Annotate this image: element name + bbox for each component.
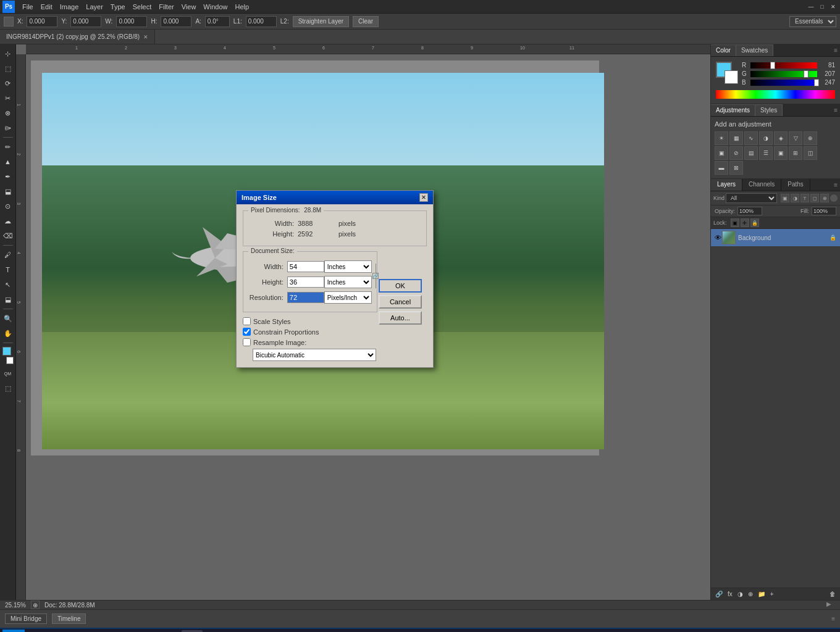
a-input[interactable] xyxy=(205,16,230,27)
kind-select[interactable]: All xyxy=(726,193,777,203)
adj-photo-filter[interactable]: ⊘ xyxy=(729,146,743,160)
layer-new-btn[interactable]: + xyxy=(768,590,776,598)
layer-visibility-icon[interactable]: 👁 xyxy=(715,231,720,244)
adj-color-lookup[interactable]: ☰ xyxy=(759,146,773,160)
color-spectrum[interactable] xyxy=(716,90,835,99)
tool-eraser[interactable]: ⊙ xyxy=(1,199,15,213)
tool-history[interactable]: ⬓ xyxy=(1,185,15,198)
red-slider[interactable] xyxy=(750,62,817,69)
opacity-input[interactable] xyxy=(737,207,762,215)
cancel-button[interactable]: Cancel xyxy=(379,295,422,309)
tool-move[interactable]: ⊹ xyxy=(1,47,15,60)
adj-threshold[interactable]: ◫ xyxy=(804,146,817,160)
resample-method-select[interactable]: Bicubic Automatic xyxy=(253,349,376,361)
auto-button[interactable]: Auto... xyxy=(379,311,422,325)
filter-adj[interactable]: ◑ xyxy=(791,194,799,202)
adj-invert[interactable]: ▣ xyxy=(774,146,788,160)
menu-layer[interactable]: Layer xyxy=(82,2,107,12)
tool-gradient[interactable]: ☁ xyxy=(1,214,15,228)
menu-filter[interactable]: Filter xyxy=(155,2,177,12)
tool-pen[interactable]: 🖋 xyxy=(1,248,15,262)
menu-help[interactable]: Help xyxy=(231,2,253,12)
adj-hsl[interactable]: ▽ xyxy=(789,131,802,145)
background-color[interactable] xyxy=(6,357,14,364)
tool-hand[interactable]: ✋ xyxy=(1,326,15,340)
lock-all[interactable]: 🔒 xyxy=(750,218,759,227)
dialog-title-bar[interactable]: Image Size ✕ xyxy=(237,191,433,204)
blue-slider[interactable] xyxy=(750,80,817,86)
panel-options-icon[interactable]: ≡ xyxy=(831,615,835,622)
doc-height-unit-select[interactable]: Inches cm xyxy=(324,276,372,288)
lock-position[interactable]: ✛ xyxy=(741,218,749,227)
adj-channel-mixer[interactable]: ▤ xyxy=(744,146,758,160)
adj-brightness[interactable]: ☀ xyxy=(715,131,728,145)
tool-type[interactable]: T xyxy=(1,263,15,276)
ps-logo[interactable]: Ps xyxy=(2,1,15,13)
adj-bw[interactable]: ▣ xyxy=(715,146,728,160)
zoom-preview-btn[interactable]: ⊕ xyxy=(31,601,40,609)
adj-curves[interactable]: ∿ xyxy=(744,131,758,145)
filter-shape[interactable]: ◻ xyxy=(810,194,819,202)
l1-input[interactable] xyxy=(246,16,277,27)
filter-toggle[interactable] xyxy=(830,194,838,202)
tool-lasso[interactable]: ⟳ xyxy=(1,77,15,90)
adj-selective-color[interactable]: ⊠ xyxy=(729,161,743,175)
menu-edit[interactable]: Edit xyxy=(37,2,56,12)
w-input[interactable] xyxy=(116,16,147,27)
filter-smart[interactable]: ⊕ xyxy=(820,194,829,202)
maximize-button[interactable]: □ xyxy=(818,2,826,11)
layer-delete-btn[interactable]: 🗑 xyxy=(828,590,838,598)
document-tab[interactable]: INGR9814DPPv1 (2) copy.jpg @ 25.2% (RGB/… xyxy=(0,30,155,44)
tool-healing[interactable]: ✏ xyxy=(1,140,15,154)
layers-panel-collapse[interactable]: ≡ xyxy=(831,179,840,191)
x-input[interactable] xyxy=(27,16,57,27)
status-arrow[interactable]: ▶ xyxy=(826,601,835,609)
ok-button[interactable]: OK xyxy=(379,279,422,293)
tab-layers[interactable]: Layers xyxy=(711,179,742,191)
menu-type[interactable]: Type xyxy=(107,2,129,12)
adj-vibrance[interactable]: ◈ xyxy=(774,131,788,145)
tool-marquee[interactable]: ⬚ xyxy=(1,62,15,75)
constrain-proportions-checkbox[interactable] xyxy=(243,328,251,336)
adj-levels[interactable]: ▦ xyxy=(729,131,743,145)
tab-styles[interactable]: Styles xyxy=(755,104,783,116)
layer-mask-btn[interactable]: ◑ xyxy=(736,590,745,598)
menu-file[interactable]: File xyxy=(19,2,37,12)
adj-gradient-map[interactable]: ▬ xyxy=(715,161,728,175)
adj-exposure[interactable]: ◑ xyxy=(759,131,773,145)
tool-screen-mode[interactable]: ⬚ xyxy=(1,381,15,395)
tool-quick-mask[interactable]: QM xyxy=(1,367,15,380)
green-thumb[interactable] xyxy=(804,70,808,78)
timeline-tab[interactable]: Timeline xyxy=(52,613,86,624)
green-slider[interactable] xyxy=(750,71,817,77)
tab-swatches[interactable]: Swatches xyxy=(736,44,773,56)
dialog-close-button[interactable]: ✕ xyxy=(419,193,428,202)
resolution-unit-select[interactable]: Pixels/Inch Pixels/cm xyxy=(324,291,372,304)
start-button[interactable]: ⊞ xyxy=(2,630,25,632)
h-input[interactable] xyxy=(161,16,191,27)
tool-zoom[interactable]: 🔍 xyxy=(1,312,15,325)
fill-input[interactable] xyxy=(812,207,836,215)
straighten-layer-button[interactable]: Straighten Layer xyxy=(293,16,349,27)
layer-link-btn[interactable]: 🔗 xyxy=(713,590,724,598)
tool-path-select[interactable]: ↖ xyxy=(1,278,15,291)
tab-paths[interactable]: Paths xyxy=(781,179,810,191)
lock-pixels[interactable]: ▣ xyxy=(731,218,739,227)
image-size-dialog[interactable]: Image Size ✕ Pixel Dimensions: 28.8M xyxy=(236,190,434,368)
menu-window[interactable]: Window xyxy=(200,2,231,12)
layer-background[interactable]: 👁 Background 🔒 xyxy=(711,229,840,246)
layer-style-btn[interactable]: fx xyxy=(726,590,734,598)
tool-clone[interactable]: ✒ xyxy=(1,170,15,183)
tool-quick-select[interactable]: ✂ xyxy=(1,91,15,105)
y-input[interactable] xyxy=(70,16,101,27)
tool-blur[interactable]: ⌫ xyxy=(1,229,15,243)
tab-color[interactable]: Color xyxy=(711,44,736,56)
menu-image[interactable]: Image xyxy=(56,2,83,12)
minimize-button[interactable]: — xyxy=(807,2,815,11)
filter-pixel[interactable]: ▣ xyxy=(781,194,789,202)
foreground-color[interactable] xyxy=(2,347,11,356)
tool-crop[interactable]: ⊗ xyxy=(1,106,15,120)
tab-channels[interactable]: Channels xyxy=(742,179,781,191)
layer-adj-btn[interactable]: ⊕ xyxy=(746,590,755,598)
layer-group-btn[interactable]: 📁 xyxy=(756,590,767,598)
